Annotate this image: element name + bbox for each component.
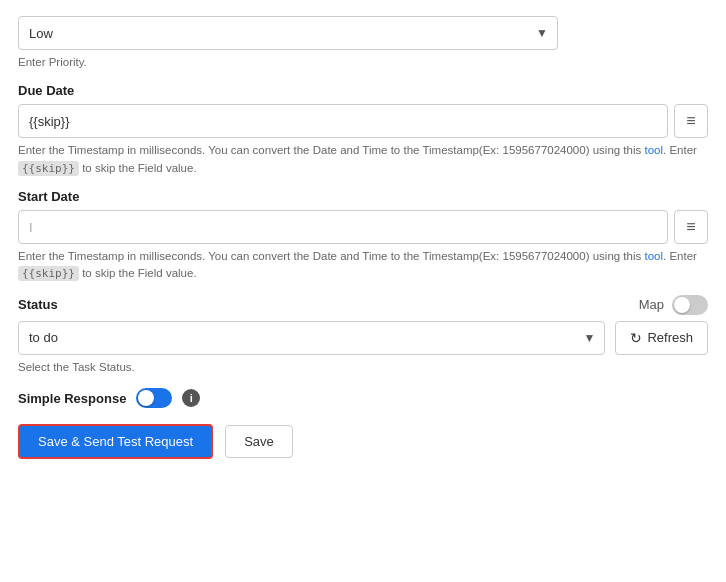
status-select-wrapper: to do in progress done ▼	[18, 321, 605, 355]
status-header-row: Status Map	[18, 295, 708, 315]
simple-response-toggle[interactable]	[136, 388, 172, 408]
status-helper: Select the Task Status.	[18, 359, 708, 376]
refresh-icon: ↻	[630, 330, 642, 346]
start-date-label: Start Date	[18, 189, 708, 204]
due-date-input[interactable]	[18, 104, 668, 138]
status-select[interactable]: to do in progress done	[18, 321, 605, 355]
due-date-section: Due Date ≡ Enter the Timestamp in millis…	[18, 83, 708, 177]
priority-select[interactable]: Low Medium High Critical	[18, 16, 558, 50]
due-date-label: Due Date	[18, 83, 708, 98]
refresh-label: Refresh	[647, 330, 693, 345]
status-section: Status Map to do in progress done ▼ ↻ Re…	[18, 295, 708, 376]
status-map-row: Map	[639, 295, 708, 315]
start-date-input-row: ≡	[18, 210, 708, 244]
save-send-button[interactable]: Save & Send Test Request	[18, 424, 213, 459]
simple-response-toggle-knob	[138, 390, 154, 406]
due-date-tool-link[interactable]: tool	[644, 144, 663, 156]
action-buttons-row: Save & Send Test Request Save	[18, 424, 708, 459]
refresh-button[interactable]: ↻ Refresh	[615, 321, 708, 355]
status-field-row: to do in progress done ▼ ↻ Refresh	[18, 321, 708, 355]
due-date-helper: Enter the Timestamp in milliseconds. You…	[18, 142, 708, 177]
map-toggle-knob	[674, 297, 690, 313]
due-date-menu-button[interactable]: ≡	[674, 104, 708, 138]
start-date-skip-badge: {{skip}}	[18, 266, 79, 281]
map-label: Map	[639, 297, 664, 312]
save-button[interactable]: Save	[225, 425, 293, 458]
start-date-section: Start Date ≡ Enter the Timestamp in mill…	[18, 189, 708, 283]
simple-response-row: Simple Response i	[18, 388, 708, 408]
map-toggle[interactable]	[672, 295, 708, 315]
start-date-input[interactable]	[18, 210, 668, 244]
start-date-tool-link[interactable]: tool	[644, 250, 663, 262]
priority-section: Low Medium High Critical ▼ Enter Priorit…	[18, 16, 708, 71]
status-label: Status	[18, 297, 58, 312]
simple-response-label: Simple Response	[18, 391, 126, 406]
due-date-input-row: ≡	[18, 104, 708, 138]
priority-helper-text: Enter Priority.	[18, 54, 708, 71]
start-date-menu-button[interactable]: ≡	[674, 210, 708, 244]
info-icon[interactable]: i	[182, 389, 200, 407]
priority-select-wrapper: Low Medium High Critical ▼	[18, 16, 558, 50]
due-date-skip-badge: {{skip}}	[18, 161, 79, 176]
start-date-helper: Enter the Timestamp in milliseconds. You…	[18, 248, 708, 283]
